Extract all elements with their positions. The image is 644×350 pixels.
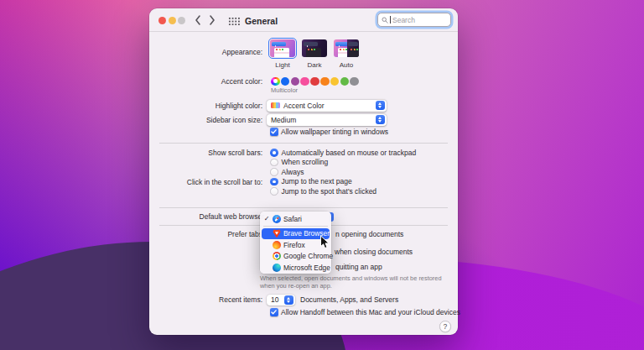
click-scroll-bar-label-1: Jump to the spot that's clicked bbox=[282, 187, 377, 196]
checkmark-icon: ✓ bbox=[263, 215, 270, 222]
search-placeholder: Search bbox=[392, 16, 415, 24]
appearance-auto-label: Auto bbox=[340, 61, 353, 69]
show-scroll-bars-label-0: Automatically based on mouse or trackpad bbox=[282, 149, 417, 157]
thumb-window-card bbox=[274, 48, 289, 57]
menu-item-label: Google Chrome bbox=[283, 252, 333, 260]
prefer-tabs-label: Prefer tabs bbox=[227, 230, 262, 238]
help-button[interactable]: ? bbox=[439, 321, 451, 332]
close-windows-quitting-fragment: quitting an app bbox=[335, 263, 382, 271]
back-icon[interactable] bbox=[194, 14, 202, 26]
menu-item-safari[interactable]: ✓Safari bbox=[262, 213, 330, 225]
accent-swatch-4[interactable] bbox=[310, 77, 319, 86]
thumb-window-bar bbox=[348, 42, 358, 46]
restore-note-line1: When selected, open documents and window… bbox=[260, 274, 442, 282]
toolbar: General Search bbox=[149, 8, 458, 32]
click-scroll-bar-option-0[interactable]: Jump to the next page bbox=[270, 177, 377, 187]
recent-items-value: 10 bbox=[271, 295, 284, 304]
close-button[interactable] bbox=[158, 17, 166, 24]
appearance-option-dark[interactable] bbox=[302, 39, 327, 57]
show-scroll-bars-label: Show scroll bars: bbox=[208, 149, 262, 157]
click-scroll-bar-label-0: Jump to the next page bbox=[282, 177, 352, 185]
appearance-option-light[interactable] bbox=[270, 39, 295, 57]
text-caret bbox=[390, 16, 391, 24]
popup-stepper-icon bbox=[284, 295, 294, 305]
minimize-button[interactable] bbox=[169, 17, 176, 24]
wallpaper-tinting-checkbox[interactable] bbox=[270, 128, 278, 136]
thumb-window-bar bbox=[304, 42, 318, 46]
search-icon bbox=[382, 17, 388, 24]
show-scroll-bars-radio-2[interactable] bbox=[270, 168, 278, 176]
search-input[interactable]: Search bbox=[377, 13, 451, 27]
chrome-icon bbox=[273, 252, 281, 260]
highlight-color-value: Accent Color bbox=[283, 102, 376, 110]
show-scroll-bars-radio-1[interactable] bbox=[270, 159, 278, 167]
handoff-checkbox[interactable] bbox=[270, 308, 278, 316]
show-scroll-bars-option-1[interactable]: When scrolling bbox=[270, 158, 416, 168]
handoff-label: Allow Handoff between this Mac and your … bbox=[281, 308, 460, 316]
thumb-window-bar bbox=[272, 42, 286, 46]
appearance-light-label: Light bbox=[275, 61, 289, 69]
accent-swatch-1[interactable] bbox=[281, 77, 290, 86]
show-all-grid-icon[interactable] bbox=[228, 17, 240, 25]
desktop-wallpaper: General Search Appearance: bbox=[0, 0, 644, 350]
show-scroll-bars-option-2[interactable]: Always bbox=[270, 167, 416, 177]
firefox-icon bbox=[273, 241, 281, 249]
menu-item-label: Safari bbox=[283, 215, 302, 223]
thumb-window-card bbox=[306, 48, 321, 57]
edge-icon bbox=[273, 264, 281, 272]
system-preferences-window: General Search Appearance: bbox=[149, 8, 458, 335]
window-title: General bbox=[245, 16, 278, 26]
sidebar-icon-size-label: Sidebar icon size: bbox=[206, 116, 262, 124]
default-browser-label: Default web browser bbox=[200, 212, 264, 221]
appearance-option-auto[interactable] bbox=[334, 39, 359, 57]
thumb-window-card bbox=[338, 48, 347, 57]
accent-swatch-8[interactable] bbox=[350, 77, 359, 86]
show-scroll-bars-label-2: Always bbox=[282, 168, 304, 176]
recent-items-label: Recent items: bbox=[219, 295, 262, 304]
thumb-window-bar bbox=[335, 42, 347, 46]
accent-swatch-3[interactable] bbox=[300, 77, 309, 86]
menu-item-label: Microsoft Edge bbox=[283, 264, 330, 272]
prefer-tabs-opening-fragment: n opening documents bbox=[335, 230, 403, 238]
highlight-color-label: Highlight color: bbox=[216, 102, 262, 110]
click-scroll-bar-radio-1[interactable] bbox=[270, 187, 278, 196]
accent-swatch-multicolor[interactable] bbox=[271, 77, 280, 86]
keep-changes-closing-fragment: when closing documents bbox=[335, 248, 413, 256]
menu-separator bbox=[263, 226, 328, 227]
section-divider bbox=[159, 207, 448, 208]
section-divider bbox=[159, 143, 448, 144]
accent-color-label: Accent color: bbox=[221, 77, 262, 86]
menu-item-label: Firefox bbox=[283, 241, 305, 249]
thumb-window-card bbox=[349, 48, 359, 57]
wallpaper-tinting-label: Allow wallpaper tinting in windows bbox=[281, 128, 388, 136]
safari-icon bbox=[273, 215, 281, 223]
show-scroll-bars-option-0[interactable]: Automatically based on mouse or trackpad bbox=[270, 148, 416, 158]
accent-swatch-6[interactable] bbox=[330, 77, 340, 86]
menu-item-microsoft-edge[interactable]: Microsoft Edge bbox=[262, 262, 330, 274]
accent-swatch-2[interactable] bbox=[291, 77, 300, 86]
recent-items-popup[interactable]: 10 bbox=[267, 295, 295, 306]
accent-gradient-swatch bbox=[271, 102, 280, 108]
click-scroll-bar-option-1[interactable]: Jump to the spot that's clicked bbox=[270, 186, 377, 196]
appearance-label: Appearance: bbox=[222, 48, 262, 56]
click-scroll-bar-label: Click in the scroll bar to: bbox=[187, 178, 262, 186]
popup-stepper-icon bbox=[376, 115, 386, 124]
accent-swatch-7[interactable] bbox=[340, 77, 350, 86]
zoom-button bbox=[178, 17, 185, 24]
accent-swatch-5[interactable] bbox=[320, 77, 330, 86]
thumb-light-half bbox=[334, 39, 347, 57]
popup-stepper-icon bbox=[376, 101, 386, 110]
show-scroll-bars-group: Automatically based on mouse or trackpad… bbox=[270, 148, 416, 177]
accent-selected-name: Multicolor bbox=[271, 86, 298, 94]
restore-note-line2: when you re-open an app. bbox=[260, 282, 332, 290]
sidebar-icon-size-popup[interactable]: Medium bbox=[267, 114, 387, 126]
brave-icon bbox=[273, 229, 281, 238]
click-scroll-bar-radio-0[interactable] bbox=[270, 178, 278, 186]
forward-icon[interactable] bbox=[208, 14, 216, 26]
show-scroll-bars-label-1: When scrolling bbox=[282, 158, 329, 166]
mouse-cursor bbox=[319, 235, 330, 249]
show-scroll-bars-radio-0[interactable] bbox=[270, 149, 278, 157]
menu-item-google-chrome[interactable]: Google Chrome bbox=[262, 251, 330, 263]
click-scroll-bar-group: Jump to the next pageJump to the spot th… bbox=[270, 177, 377, 196]
highlight-color-popup[interactable]: Accent Color bbox=[267, 100, 387, 112]
